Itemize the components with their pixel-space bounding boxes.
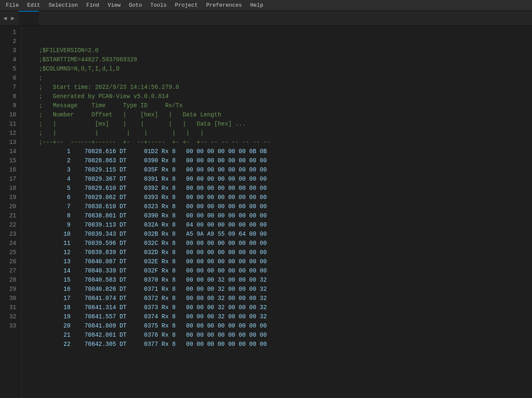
line-number: 10 <box>3 110 16 119</box>
line-number: 1 <box>3 28 16 37</box>
line-number: 22 <box>3 220 16 229</box>
tab-file[interactable] <box>19 11 39 25</box>
code-line: 2 70828.863 DT 0390 Rx 8 00 00 00 00 00 … <box>28 156 532 165</box>
line-number: 16 <box>3 165 16 174</box>
code-line: ; Message Time Type ID Rx/Tx <box>28 101 532 110</box>
line-number: 27 <box>3 266 16 275</box>
line-numbers: 1234567891011121314151617181920212223242… <box>0 26 22 398</box>
menu-item-view[interactable]: View <box>103 0 125 10</box>
code-line: 11 70839.596 DT 032C Rx 8 00 00 00 00 00… <box>28 239 532 248</box>
nav-forward-icon[interactable]: ▶ <box>9 14 16 23</box>
line-number: 21 <box>3 211 16 220</box>
code-line: 18 70841.314 DT 0373 Rx 8 00 00 00 32 00… <box>28 303 532 312</box>
line-number: 19 <box>3 193 16 202</box>
code-line: 16 70840.826 DT 0371 Rx 8 00 00 00 32 00… <box>28 285 532 294</box>
line-number: 6 <box>3 73 16 83</box>
line-number: 14 <box>3 147 16 156</box>
code-line: ; Start time: 2022/9/23 14:14:56.279.0 <box>28 83 532 92</box>
line-number: 31 <box>3 303 16 312</box>
code-line: 15 70840.583 DT 0370 Rx 8 00 00 00 32 00… <box>28 275 532 285</box>
line-number: 11 <box>3 119 16 128</box>
code-line: 3 70829.115 DT 035F Rx 8 00 00 00 00 00 … <box>28 165 532 174</box>
code-line: ;$FILEVERSION=2.0 <box>28 46 532 55</box>
code-line: 13 70840.087 DT 032E Rx 8 00 00 00 00 00… <box>28 257 532 266</box>
code-line: ;---+-- ------+------ +- --+----- +- +- … <box>28 138 532 147</box>
line-number: 18 <box>3 184 16 193</box>
menubar: FileEditSelectionFindViewGotoToolsProjec… <box>0 0 532 11</box>
code-line: 5 70829.610 DT 0392 Rx 8 00 00 00 00 00 … <box>28 184 532 193</box>
line-number: 32 <box>3 312 16 321</box>
line-number: 30 <box>3 294 16 303</box>
line-number: 8 <box>3 92 16 101</box>
code-line: ;$COLUMNS=N,O,T,I,d,l,D <box>28 64 532 73</box>
code-line: 22 70842.305 DT 0377 Rx 8 00 00 00 00 00… <box>28 340 532 349</box>
menu-item-project[interactable]: Project <box>171 0 202 10</box>
menu-item-help[interactable]: Help <box>246 0 267 10</box>
tabbar: ◀ ▶ <box>0 11 532 26</box>
menu-item-selection[interactable]: Selection <box>44 0 82 10</box>
code-area[interactable]: ;$FILEVERSION=2.0 ;$STARTTIME=44827.5937… <box>22 26 532 398</box>
menu-item-goto[interactable]: Goto <box>125 0 146 10</box>
menu-item-tools[interactable]: Tools <box>146 0 171 10</box>
line-number: 23 <box>3 229 16 239</box>
line-number: 5 <box>3 64 16 73</box>
line-number: 13 <box>3 138 16 147</box>
line-number: 3 <box>3 46 16 55</box>
line-number: 7 <box>3 83 16 92</box>
code-line: 10 70839.343 DT 032B Rx 8 A5 9A A9 55 09… <box>28 229 532 239</box>
code-line: ; Number Offset | [hex] | Data Length <box>28 110 532 119</box>
line-number: 4 <box>3 55 16 64</box>
code-line: 6 70829.862 DT 0393 Rx 8 00 00 00 00 00 … <box>28 193 532 202</box>
code-line: 8 70838.861 DT 0390 Rx 8 00 00 00 00 00 … <box>28 211 532 220</box>
line-number: 25 <box>3 248 16 257</box>
code-line: ; | | | | | | | <box>28 128 532 138</box>
code-line: 14 70840.339 DT 032F Rx 8 00 00 00 00 00… <box>28 266 532 275</box>
menu-item-preferences[interactable]: Preferences <box>202 0 246 10</box>
line-number: 2 <box>3 37 16 46</box>
editor: 1234567891011121314151617181920212223242… <box>0 26 532 398</box>
line-number: 26 <box>3 257 16 266</box>
code-line: 4 70829.367 DT 0391 Rx 8 00 00 00 00 00 … <box>28 174 532 184</box>
code-line: 20 70841.809 DT 0375 Rx 8 00 00 00 00 00… <box>28 321 532 330</box>
tab-close-button[interactable] <box>27 15 34 22</box>
code-line: 21 70842.061 DT 0376 Rx 8 00 00 00 00 00… <box>28 330 532 340</box>
code-line: ; Generated by PCAN-View v5.0.0.814 <box>28 92 532 101</box>
code-line: 12 70839.839 DT 032D Rx 8 00 00 00 00 00… <box>28 248 532 257</box>
line-number: 20 <box>3 202 16 211</box>
code-line: ; <box>28 73 532 83</box>
line-number: 28 <box>3 275 16 285</box>
code-line: 9 70839.113 DT 032A Rx 8 04 00 00 00 00 … <box>28 220 532 229</box>
menu-item-find[interactable]: Find <box>82 0 103 10</box>
code-line: ; | [ms] | | | | Data [hex] ... <box>28 119 532 128</box>
line-number: 12 <box>3 128 16 138</box>
menu-item-file[interactable]: File <box>2 0 23 10</box>
code-line: 19 70841.557 DT 0374 Rx 8 00 00 00 32 00… <box>28 312 532 321</box>
line-number: 29 <box>3 285 16 294</box>
line-number: 24 <box>3 239 16 248</box>
menu-item-edit[interactable]: Edit <box>23 0 44 10</box>
nav-back-icon[interactable]: ◀ <box>2 14 8 23</box>
code-line: ;$STARTTIME=44827.5937069329 <box>28 55 532 64</box>
code-line: 7 70838.610 DT 0323 Rx 8 00 00 00 00 00 … <box>28 202 532 211</box>
line-number: 15 <box>3 156 16 165</box>
code-line: 1 70828.616 DT 01D2 Rx 8 00 00 00 00 00 … <box>28 147 532 156</box>
nav-arrows: ◀ ▶ <box>2 14 16 23</box>
line-number: 33 <box>3 321 16 330</box>
line-number: 9 <box>3 101 16 110</box>
line-number: 17 <box>3 174 16 184</box>
code-line: 17 70841.074 DT 0372 Rx 8 00 00 00 32 00… <box>28 294 532 303</box>
